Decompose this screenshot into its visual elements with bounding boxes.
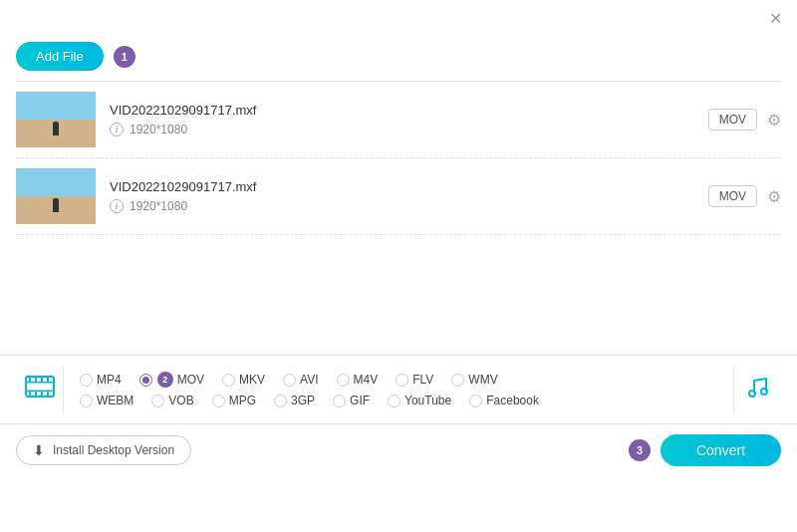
format-label-mov: MOV: [177, 373, 204, 387]
format-wmv[interactable]: WMV: [451, 373, 497, 387]
format-youtube[interactable]: YouTube: [388, 394, 451, 407]
svg-point-11: [749, 391, 755, 397]
svg-rect-5: [41, 377, 43, 382]
file-name: VID20221029091717.mxf: [110, 179, 694, 194]
format-mov[interactable]: 2 MOV: [139, 372, 204, 388]
format-3gp[interactable]: 3GP: [274, 394, 315, 407]
format-facebook[interactable]: Facebook: [469, 394, 539, 407]
step-badge-2: 2: [157, 372, 173, 388]
info-icon[interactable]: i: [110, 199, 124, 213]
format-webm[interactable]: WEBM: [80, 394, 133, 407]
format-avi[interactable]: AVI: [283, 373, 318, 387]
svg-rect-4: [35, 377, 37, 382]
svg-point-12: [761, 389, 767, 395]
format-label-avi: AVI: [300, 373, 318, 387]
format-mpg[interactable]: MPG: [212, 394, 256, 407]
radio-webm[interactable]: [80, 395, 93, 407]
format-label-wmv: WMV: [468, 373, 497, 387]
file-actions: MOV ⚙: [708, 185, 781, 207]
step-badge-1: 1: [114, 46, 135, 68]
format-mp4[interactable]: MP4: [80, 373, 122, 387]
radio-3gp[interactable]: [274, 395, 287, 407]
svg-rect-8: [35, 392, 37, 397]
empty-area: [0, 235, 797, 355]
svg-rect-10: [47, 392, 49, 397]
file-resolution: 1920*1080: [130, 123, 187, 136]
convert-area: 3 Convert: [629, 434, 781, 466]
thumbnail-image: [16, 92, 96, 147]
format-row-2: WEBM VOB MPG 3GP GIF YouTube: [80, 394, 725, 407]
format-label-webm: WEBM: [97, 394, 133, 407]
file-item: VID20221029091717.mxf i 1920*1080 MOV ⚙: [16, 158, 781, 235]
radio-flv[interactable]: [396, 374, 408, 387]
format-label-3gp: 3GP: [291, 394, 315, 407]
format-options: MP4 2 MOV MKV AVI M4V FLV: [80, 372, 725, 407]
file-meta: i 1920*1080: [110, 199, 694, 213]
file-thumbnail: [16, 168, 96, 224]
radio-mpg[interactable]: [212, 395, 225, 407]
format-label-vob: VOB: [168, 394, 193, 407]
format-gif[interactable]: GIF: [333, 394, 370, 407]
file-meta: i 1920*1080: [110, 123, 694, 136]
music-icon: [744, 373, 772, 406]
settings-icon[interactable]: ⚙: [767, 187, 781, 206]
svg-rect-2: [26, 390, 54, 392]
format-mkv[interactable]: MKV: [222, 373, 265, 387]
file-actions: MOV ⚙: [708, 109, 781, 131]
radio-youtube[interactable]: [388, 395, 400, 407]
thumbnail-image: [16, 168, 96, 224]
settings-icon[interactable]: ⚙: [767, 111, 781, 130]
format-badge[interactable]: MOV: [708, 109, 757, 131]
step-badge-3: 3: [629, 439, 651, 461]
svg-rect-6: [47, 377, 49, 382]
file-info: VID20221029091717.mxf i 1920*1080: [110, 103, 694, 136]
title-bar: ✕: [0, 0, 797, 36]
format-label-facebook: Facebook: [486, 394, 539, 407]
radio-m4v[interactable]: [337, 374, 350, 387]
format-label-mkv: MKV: [239, 373, 265, 387]
convert-button[interactable]: Convert: [661, 434, 781, 466]
download-icon: ⬇: [33, 442, 45, 458]
format-label-mpg: MPG: [229, 394, 256, 407]
format-bar: MP4 2 MOV MKV AVI M4V FLV: [0, 355, 797, 423]
close-button[interactable]: ✕: [765, 8, 785, 28]
file-list: VID20221029091717.mxf i 1920*1080 MOV ⚙ …: [0, 82, 797, 235]
svg-rect-3: [29, 377, 31, 382]
format-label-flv: FLV: [412, 373, 433, 387]
install-desktop-button[interactable]: ⬇ Install Desktop Version: [16, 435, 191, 465]
radio-avi[interactable]: [283, 374, 296, 387]
info-icon[interactable]: i: [110, 123, 124, 136]
toolbar: Add File 1: [0, 36, 797, 81]
audio-format-icon-area[interactable]: [733, 366, 781, 413]
format-vob[interactable]: VOB: [151, 394, 193, 407]
svg-rect-1: [26, 382, 54, 384]
radio-facebook[interactable]: [469, 395, 482, 407]
format-row-1: MP4 2 MOV MKV AVI M4V FLV: [80, 372, 725, 388]
file-resolution: 1920*1080: [130, 199, 187, 213]
format-label-youtube: YouTube: [404, 394, 451, 407]
format-badge[interactable]: MOV: [708, 185, 757, 207]
install-label: Install Desktop Version: [53, 443, 174, 457]
radio-wmv[interactable]: [451, 374, 464, 387]
file-thumbnail: [16, 92, 96, 147]
file-name: VID20221029091717.mxf: [110, 103, 694, 118]
file-info: VID20221029091717.mxf i 1920*1080: [110, 179, 694, 213]
add-file-button[interactable]: Add File: [16, 42, 104, 71]
format-label-mp4: MP4: [97, 373, 122, 387]
format-m4v[interactable]: M4V: [337, 373, 379, 387]
action-bar: ⬇ Install Desktop Version 3 Convert: [0, 423, 797, 476]
format-label-gif: GIF: [350, 394, 370, 407]
format-label-m4v: M4V: [354, 373, 379, 387]
svg-rect-7: [29, 392, 31, 397]
radio-mp4[interactable]: [80, 374, 93, 387]
svg-rect-9: [41, 392, 43, 397]
video-format-icon-area[interactable]: [16, 366, 64, 413]
film-icon: [24, 371, 56, 409]
file-item: VID20221029091717.mxf i 1920*1080 MOV ⚙: [16, 82, 781, 158]
radio-gif[interactable]: [333, 395, 346, 407]
radio-mkv[interactable]: [222, 374, 235, 387]
format-flv[interactable]: FLV: [396, 373, 433, 387]
radio-vob[interactable]: [151, 395, 164, 407]
radio-mov[interactable]: [139, 374, 152, 387]
